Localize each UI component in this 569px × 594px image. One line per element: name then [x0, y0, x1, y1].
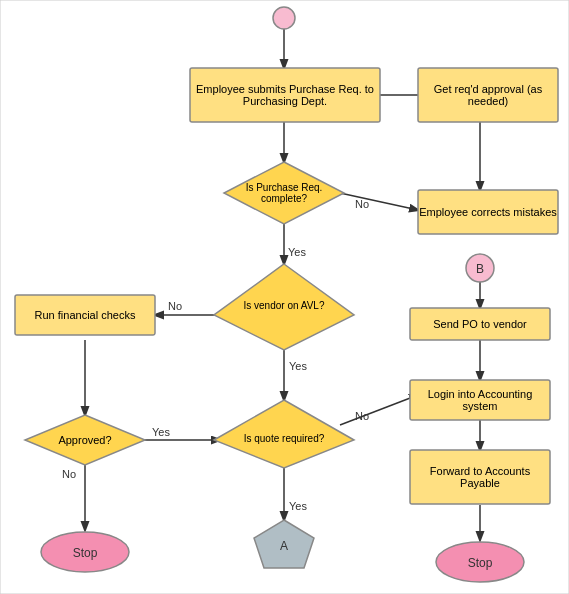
login-accounting-label: Login into Accounting system — [410, 380, 550, 420]
no-label-quote: No — [355, 410, 369, 422]
flowchart: Employee submits Purchase Req. to Purcha… — [0, 0, 569, 594]
employee-corrects-label: Employee corrects mistakes — [418, 190, 558, 234]
stop2-label: Stop — [468, 556, 493, 570]
is-quote-label: Is quote required? — [218, 408, 350, 468]
yes-label-complete: Yes — [288, 246, 306, 258]
approved-label: Approved? — [30, 415, 140, 465]
get-approval-label: Get req'd approval (as needed) — [418, 68, 558, 122]
run-financial-label: Run financial checks — [15, 295, 155, 335]
employee-submits-label: Employee submits Purchase Req. to Purcha… — [190, 68, 380, 122]
yes-label-quote: Yes — [289, 500, 307, 512]
send-po-label: Send PO to vendor — [410, 308, 550, 340]
b-connector-label: B — [476, 262, 484, 276]
yes-label-avl: Yes — [289, 360, 307, 372]
is-complete-label: Is Purchase Req. complete? — [224, 162, 344, 224]
flowchart-svg: Employee submits Purchase Req. to Purcha… — [0, 0, 569, 594]
no-label-approved: No — [62, 468, 76, 480]
svg-point-18 — [273, 7, 295, 29]
forward-ap-label: Forward to Accounts Payable — [410, 450, 550, 504]
is-vendor-avl-label: Is vendor on AVL? — [224, 270, 344, 340]
yes-label-approved: Yes — [152, 426, 170, 438]
a-connector-label: A — [280, 539, 288, 553]
no-label-complete: No — [355, 198, 369, 210]
no-label-avl: No — [168, 300, 182, 312]
stop1-label: Stop — [73, 546, 98, 560]
